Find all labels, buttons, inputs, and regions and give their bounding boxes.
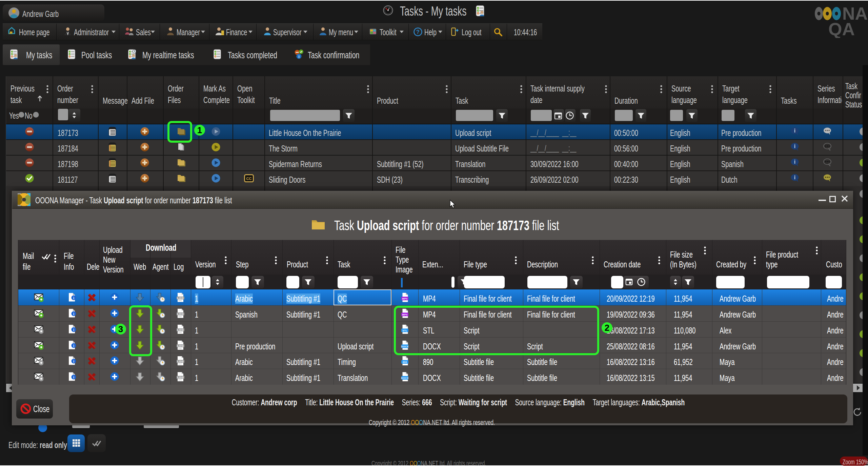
svg-text:i: i bbox=[73, 359, 74, 363]
svg-text:890: 890 bbox=[403, 361, 407, 363]
svg-text:?: ? bbox=[416, 29, 420, 35]
svg-text:LOG: LOG bbox=[177, 312, 184, 316]
svg-text:MP4: MP4 bbox=[402, 298, 408, 300]
svg-text:CC: CC bbox=[246, 177, 252, 181]
svg-text:i: i bbox=[73, 312, 74, 316]
svg-text:i: i bbox=[73, 344, 74, 348]
svg-text:LOG: LOG bbox=[177, 376, 184, 379]
svg-text:i: i bbox=[73, 375, 74, 379]
svg-text:LOG: LOG bbox=[177, 297, 184, 300]
svg-text:i: i bbox=[794, 128, 795, 134]
svg-text:LOG: LOG bbox=[177, 344, 184, 347]
svg-text:DOCX: DOCX bbox=[401, 377, 408, 379]
svg-text:LOG: LOG bbox=[177, 360, 184, 363]
svg-text:i: i bbox=[298, 55, 299, 59]
svg-text:i: i bbox=[73, 328, 74, 332]
svg-text:LOG: LOG bbox=[177, 328, 184, 331]
svg-text:i: i bbox=[794, 159, 795, 165]
svg-text:QA: QA bbox=[828, 19, 855, 38]
svg-text:i: i bbox=[794, 175, 795, 180]
svg-text:i: i bbox=[73, 296, 74, 300]
svg-text:i: i bbox=[794, 143, 795, 149]
